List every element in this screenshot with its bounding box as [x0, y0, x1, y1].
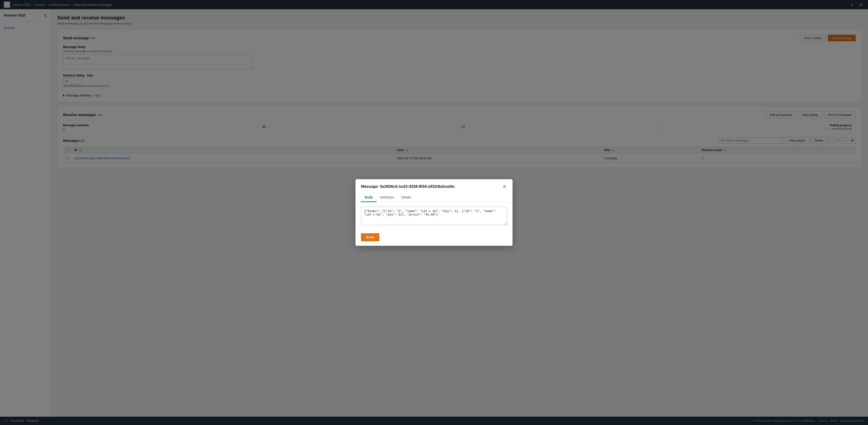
- modal-tab-details[interactable]: Details: [398, 193, 415, 202]
- modal-tab-attributes[interactable]: Attributes: [376, 193, 398, 202]
- modal-header: Message: 0a3926c6-1e23-4328-8f34-e9324bd…: [355, 179, 513, 189]
- modal-tabs: Body Attributes Details: [355, 193, 513, 202]
- modal-tab-body[interactable]: Body: [361, 193, 376, 202]
- modal-overlay[interactable]: Message: 0a3926c6-1e23-4328-8f34-e9324bd…: [0, 0, 868, 425]
- modal-title: Message: 0a3926c6-1e23-4328-8f34-e9324bd…: [361, 184, 455, 189]
- done-button[interactable]: Done: [361, 233, 379, 241]
- message-modal: Message: 0a3926c6-1e23-4328-8f34-e9324bd…: [355, 179, 513, 246]
- modal-body: [355, 202, 513, 230]
- modal-close-button[interactable]: ✕: [502, 184, 507, 189]
- modal-footer: Done: [355, 230, 513, 246]
- modal-body-textarea[interactable]: [361, 207, 507, 225]
